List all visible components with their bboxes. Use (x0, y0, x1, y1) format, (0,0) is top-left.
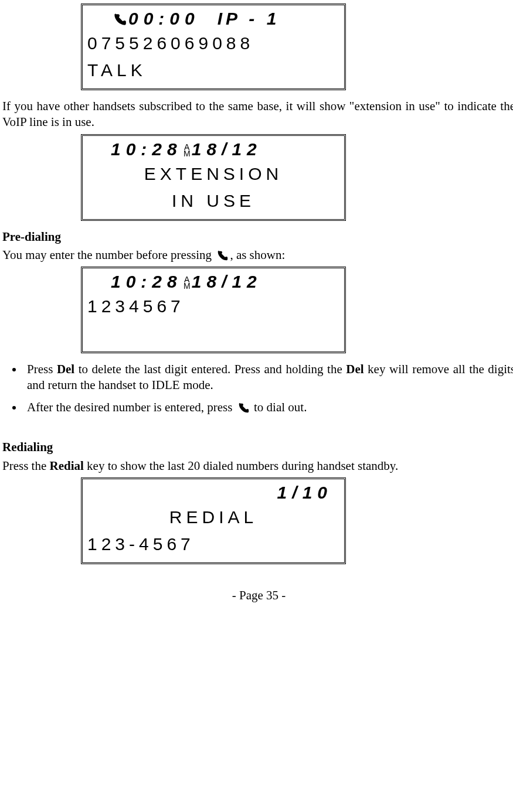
section-heading-predialing: Pre-dialing (2, 229, 513, 245)
dialed-number: 075526069088 (87, 30, 339, 57)
lcd-screen-predial: 10:28AM18/12 1234567 (81, 267, 346, 353)
predial-number: 1234567 (87, 293, 339, 320)
redial-number: 123-4567 (87, 531, 339, 558)
lcd-line-extension: EXTENSION (87, 161, 339, 187)
section-heading-redialing: Redialing (2, 439, 513, 455)
clock-date: 18/12 (192, 139, 262, 159)
call-status: TALK (87, 57, 339, 84)
lcd-row-clock: 10:28AM18/12 (87, 138, 339, 161)
lcd-screen-extension-in-use: 10:28AM18/12 EXTENSION IN USE (81, 134, 346, 221)
redial-counter: 1/10 (87, 482, 339, 504)
call-icon (112, 12, 127, 28)
body-text: Press the Redial key to show the last 20… (2, 458, 513, 474)
clock-time: 10:28 (111, 272, 182, 291)
lcd-screen-redial: 1/10 REDIAL 123-4567 (81, 477, 346, 564)
lcd-screen-talk: 00:00IP - 1 075526069088 TALK (81, 4, 346, 90)
lcd-line-in-use: IN USE (87, 187, 339, 214)
clock-time: 10:28 (111, 139, 182, 159)
clock-date: 18/12 (192, 272, 262, 291)
list-item: After the desired number is entered, pre… (23, 400, 513, 415)
ampm-indicator: AM (182, 144, 192, 157)
call-timer: 00:00 (128, 9, 200, 28)
list-item: Press Del to delete the last digit enter… (23, 361, 513, 394)
ip-line-indicator: IP - 1 (200, 9, 280, 28)
call-icon (237, 402, 250, 415)
call-icon (216, 250, 229, 262)
body-text: If you have other handsets subscribed to… (2, 98, 513, 131)
redial-label: REDIAL (87, 504, 339, 531)
body-text: You may enter the number before pressing… (2, 247, 513, 263)
instruction-list: Press Del to delete the last digit enter… (23, 361, 513, 415)
lcd-row-status-bar: 00:00IP - 1 (87, 8, 339, 30)
lcd-empty-row (87, 320, 339, 347)
page-footer: - Page 35 - (2, 588, 513, 603)
lcd-row-clock: 10:28AM18/12 (87, 271, 339, 293)
ampm-indicator: AM (182, 277, 192, 289)
